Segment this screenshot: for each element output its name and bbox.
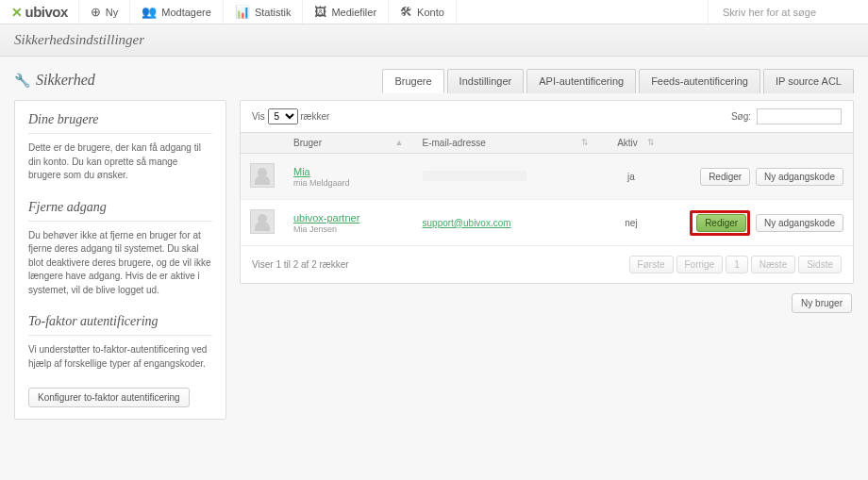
table-controls: Vis 5 rækker Søg: bbox=[241, 101, 853, 132]
tab-api-auth[interactable]: API-autentificering bbox=[526, 69, 636, 93]
showing-text: Viser 1 til 2 af 2 rækker bbox=[252, 259, 349, 270]
sidebar: Dine brugere Dette er de brugere, der ka… bbox=[14, 100, 226, 420]
sidebar-body-users: Dette er de brugere, der kan få adgang t… bbox=[28, 141, 212, 183]
rows-select[interactable]: 5 bbox=[268, 108, 298, 124]
plus-circle-icon: ⊕ bbox=[91, 5, 101, 19]
nav-ny[interactable]: ⊕Ny bbox=[78, 0, 130, 24]
user-name-link[interactable]: ubivox-partner bbox=[293, 212, 359, 223]
sort-icon[interactable]: ⇅ bbox=[647, 138, 655, 147]
sidebar-heading-users: Dine brugere bbox=[28, 112, 212, 134]
global-search[interactable]: Skriv her for at søge bbox=[708, 0, 868, 24]
logo-text: ubivox bbox=[25, 4, 68, 20]
nav-mediefiler[interactable]: 🖼Mediefiler bbox=[302, 0, 389, 24]
avatar bbox=[250, 163, 275, 188]
rows-label: rækker bbox=[300, 111, 329, 122]
pager-prev[interactable]: Forrige bbox=[676, 256, 724, 273]
pager-page-1[interactable]: 1 bbox=[726, 256, 748, 273]
tools-icon: 🛠 bbox=[400, 5, 412, 19]
logo[interactable]: ✕ ubivox bbox=[0, 4, 79, 20]
sort-icon[interactable]: ⇅ bbox=[581, 138, 589, 147]
wrench-icon: 🔧 bbox=[14, 73, 30, 88]
highlight-box: Rediger bbox=[690, 210, 750, 236]
tab-brugere[interactable]: Brugere bbox=[382, 69, 443, 93]
new-password-button[interactable]: Ny adgangskode bbox=[756, 168, 843, 186]
nav-konto[interactable]: 🛠Konto bbox=[388, 0, 457, 24]
topbar: ✕ ubivox ⊕Ny 👥Modtagere 📊Statistik 🖼Medi… bbox=[0, 0, 868, 25]
sidebar-heading-2fa: To-faktor autentificering bbox=[28, 314, 212, 336]
page-subtitle: Sikkerhedsindstillinger bbox=[0, 25, 868, 57]
logo-icon: ✕ bbox=[11, 5, 23, 20]
people-icon: 👥 bbox=[142, 5, 157, 19]
nav-modtagere[interactable]: 👥Modtagere bbox=[129, 0, 224, 24]
tab-feeds-auth[interactable]: Feeds-autentificering bbox=[639, 69, 760, 93]
top-nav: ⊕Ny 👥Modtagere 📊Statistik 🖼Mediefiler 🛠K… bbox=[79, 0, 457, 24]
user-sub: mia Meldgaard bbox=[293, 178, 350, 188]
sidebar-body-2fa: Vi understøtter to-faktor-autentificerin… bbox=[28, 343, 212, 371]
pager-next[interactable]: Næste bbox=[751, 256, 795, 273]
nav-statistik[interactable]: 📊Statistik bbox=[223, 0, 304, 24]
title-row: 🔧 Sikkerhed Brugere Indstillinger API-au… bbox=[14, 68, 854, 92]
pager-last[interactable]: Sidste bbox=[798, 256, 842, 273]
table-row: Miamia Meldgaard ja Rediger Ny adgangsko… bbox=[241, 154, 853, 200]
configure-2fa-button[interactable]: Konfigurer to-faktor autentificering bbox=[28, 388, 190, 407]
user-sub: Mia Jensen bbox=[293, 224, 337, 234]
tab-ip-acl[interactable]: IP source ACL bbox=[763, 69, 854, 93]
tabs: Brugere Indstillinger API-autentificerin… bbox=[379, 68, 854, 92]
show-label: Vis bbox=[252, 111, 265, 122]
new-user-button[interactable]: Ny bruger bbox=[792, 293, 852, 313]
tab-indstillinger[interactable]: Indstillinger bbox=[447, 69, 525, 93]
avatar bbox=[250, 209, 275, 234]
search-label: Søg: bbox=[731, 111, 751, 122]
image-icon: 🖼 bbox=[314, 5, 326, 19]
email-link[interactable]: support@ubivox.com bbox=[423, 218, 511, 228]
sidebar-body-remove: Du behøver ikke at fjerne en bruger for … bbox=[28, 229, 212, 298]
pager: Første Forrige 1 Næste Sidste bbox=[629, 256, 842, 273]
page-title: Sikkerhed bbox=[36, 72, 95, 89]
email-redacted bbox=[423, 171, 526, 181]
table-search-input[interactable] bbox=[757, 108, 842, 124]
col-email: E-mail-adresse⇅ bbox=[413, 133, 598, 154]
new-password-button[interactable]: Ny adgangskode bbox=[756, 214, 843, 232]
col-user: Bruger▲ bbox=[284, 133, 413, 154]
table-row: ubivox-partnerMia Jensen support@ubivox.… bbox=[241, 200, 853, 246]
active-cell: nej bbox=[598, 200, 664, 246]
sidebar-heading-remove: Fjerne adgang bbox=[28, 200, 212, 222]
users-table: Bruger▲ E-mail-adresse⇅ Aktiv⇅ Miamia Me… bbox=[241, 132, 853, 246]
edit-button[interactable]: Rediger bbox=[696, 214, 746, 232]
chart-icon: 📊 bbox=[235, 5, 250, 19]
col-active: Aktiv⇅ bbox=[598, 133, 664, 154]
edit-button[interactable]: Rediger bbox=[700, 168, 750, 186]
users-panel: Vis 5 rækker Søg: Bruger▲ E-mail-adresse… bbox=[240, 100, 854, 284]
sort-icon[interactable]: ▲ bbox=[395, 138, 404, 147]
table-footer: Viser 1 til 2 af 2 rækker Første Forrige… bbox=[241, 246, 853, 283]
active-cell: ja bbox=[598, 154, 664, 200]
user-name-link[interactable]: Mia bbox=[293, 166, 310, 177]
pager-first[interactable]: Første bbox=[629, 256, 674, 273]
